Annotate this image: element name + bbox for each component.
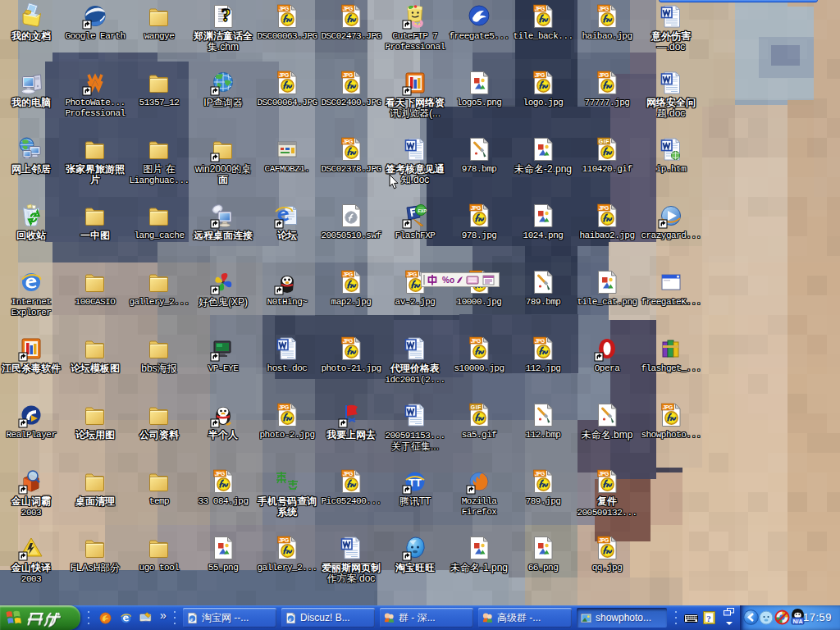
- svg-text:JPG: JPG: [599, 537, 609, 543]
- svg-text:JPG: JPG: [535, 72, 546, 78]
- svg-text:GIF: GIF: [471, 404, 482, 410]
- svg-text:JPG: JPG: [599, 6, 609, 11]
- svg-text:JPG: JPG: [343, 6, 354, 11]
- svg-text:%o: %o: [442, 276, 454, 285]
- svg-text:JPG: JPG: [279, 6, 290, 11]
- svg-text:JPG: JPG: [279, 537, 290, 543]
- svg-text:?: ?: [706, 614, 711, 623]
- svg-text:GIF: GIF: [599, 139, 609, 144]
- svg-text:JPG: JPG: [343, 139, 354, 144]
- svg-text:JPG: JPG: [599, 471, 609, 477]
- svg-text:e: e: [289, 615, 291, 622]
- svg-text:JPG: JPG: [599, 72, 609, 78]
- svg-text:JPG: JPG: [407, 272, 418, 277]
- svg-text:N/A: N/A: [792, 619, 802, 624]
- svg-text:e: e: [190, 615, 193, 622]
- svg-text:JPG: JPG: [343, 72, 354, 78]
- svg-text:?: ?: [221, 4, 231, 25]
- svg-text:JPG: JPG: [279, 404, 290, 410]
- svg-text:JPG: JPG: [535, 6, 546, 11]
- svg-text:JPG: JPG: [663, 404, 673, 410]
- svg-text:JPG: JPG: [471, 205, 482, 211]
- svg-text:JPG: JPG: [343, 272, 354, 277]
- svg-text:JPG: JPG: [343, 471, 354, 477]
- svg-text:JPG: JPG: [535, 471, 546, 477]
- svg-text:JPG: JPG: [343, 338, 354, 344]
- svg-text:JPG: JPG: [535, 338, 546, 344]
- svg-text:JPG: JPG: [279, 72, 290, 78]
- svg-text:FXP: FXP: [418, 208, 427, 213]
- svg-text:JPG: JPG: [215, 471, 226, 477]
- svg-text:JPG: JPG: [471, 338, 482, 344]
- svg-text:JPG: JPG: [599, 205, 609, 211]
